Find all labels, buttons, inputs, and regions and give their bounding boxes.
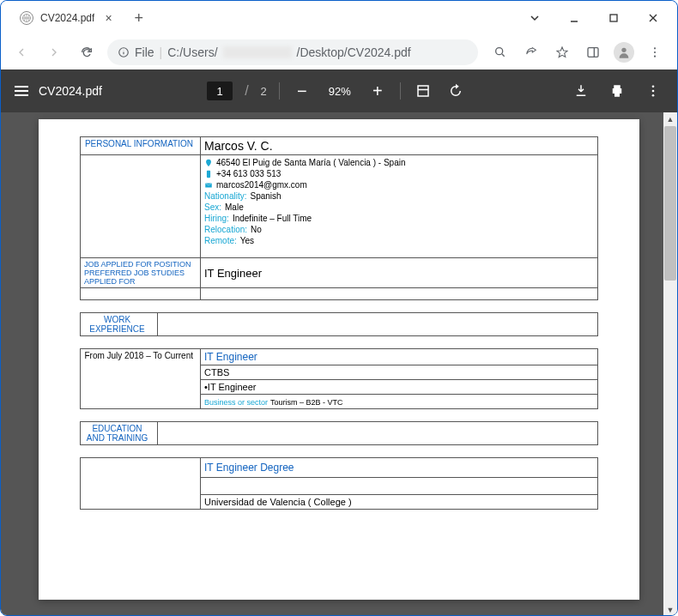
zoom-in-button[interactable]: + xyxy=(367,81,388,101)
pdf-more-button[interactable] xyxy=(643,81,663,101)
hiring-label: Hiring: xyxy=(204,214,229,223)
total-pages: 2 xyxy=(261,85,267,98)
scroll-up-arrow[interactable]: ▲ xyxy=(663,112,677,126)
cv-sex: Male xyxy=(225,202,244,212)
print-icon[interactable] xyxy=(607,81,627,101)
window-maximize-button[interactable] xyxy=(595,4,633,32)
remote-label: Remote: xyxy=(204,236,237,245)
share-icon[interactable] xyxy=(518,40,545,64)
work-exp-header-table: WORK EXPERIENCE xyxy=(80,312,598,336)
file-info-icon xyxy=(118,46,130,58)
page-number-input[interactable] xyxy=(207,82,233,100)
address-bar[interactable]: File | C:/Users//Desktop/CV2024.pdf xyxy=(107,39,478,65)
window-titlebar: CV2024.pdf × + xyxy=(1,1,677,35)
url-prefix: File xyxy=(135,45,154,59)
nav-back-button[interactable] xyxy=(9,40,33,64)
cv-email: marcos2014@gmx.com xyxy=(216,180,307,190)
exp-sector: Tourism – B2B - VTC xyxy=(270,398,343,407)
university: Universidad de Valencia ( College ) xyxy=(201,495,598,510)
email-icon xyxy=(204,181,213,190)
job-applied: IT Engineer xyxy=(201,258,598,288)
nav-reload-button[interactable] xyxy=(75,40,99,64)
work-exp-table: From July 2018 – To Current IT Engineer … xyxy=(80,348,598,409)
exp-sector-label: Business or sector xyxy=(204,398,268,407)
location-pin-icon xyxy=(204,159,213,167)
svg-point-8 xyxy=(654,56,656,57)
exp-period: From July 2018 – To Current xyxy=(81,349,201,409)
cv-nationality: Spanish xyxy=(250,191,281,201)
exp-company: CTBS xyxy=(201,365,598,380)
tab-favicon-globe-icon xyxy=(20,11,33,25)
personal-info-label: PERSONAL INFORMATION xyxy=(81,137,201,155)
download-icon[interactable] xyxy=(571,81,591,101)
svg-rect-13 xyxy=(207,170,210,177)
degree: IT Engineer Degree xyxy=(201,458,598,478)
rotate-icon[interactable] xyxy=(445,81,466,101)
profile-avatar[interactable] xyxy=(610,40,638,64)
exp-title: IT Engineer xyxy=(201,349,598,365)
zoom-indicator-icon[interactable] xyxy=(487,40,514,64)
education-label: EDUCATION AND TRAINING xyxy=(81,422,158,445)
phone-icon xyxy=(204,170,213,178)
svg-point-11 xyxy=(652,90,655,93)
browser-menu-button[interactable] xyxy=(641,40,669,64)
svg-rect-9 xyxy=(418,86,428,96)
personal-info-table: PERSONAL INFORMATION Marcos V. C. 46540 … xyxy=(80,136,598,300)
sex-label: Sex: xyxy=(204,202,221,212)
nationality-label: Nationality: xyxy=(204,191,246,201)
new-tab-button[interactable]: + xyxy=(135,9,144,27)
work-exp-label: WORK EXPERIENCE xyxy=(81,313,158,336)
url-path-end: /Desktop/CV2024.pdf xyxy=(297,45,411,59)
education-table: IT Engineer Degree Universidad de Valenc… xyxy=(80,457,598,510)
cv-phone: +34 613 033 513 xyxy=(216,169,281,178)
fit-page-icon[interactable] xyxy=(413,81,433,101)
cv-relocation: No xyxy=(251,225,262,234)
pdf-filename: CV2024.pdf xyxy=(39,84,102,98)
job-section-label: JOB APPLIED FOR POSITION PREFERRED JOB S… xyxy=(81,258,201,288)
svg-point-3 xyxy=(496,48,503,55)
cv-hiring: Indefinite – Full Time xyxy=(233,214,312,223)
cv-address: 46540 El Puig de Santa María ( Valencia … xyxy=(216,158,406,167)
browser-tab[interactable]: CV2024.pdf × xyxy=(9,4,126,32)
cv-remote: Yes xyxy=(240,236,254,245)
tab-title: CV2024.pdf xyxy=(40,12,94,24)
svg-point-12 xyxy=(652,94,655,97)
window-close-button[interactable] xyxy=(634,4,672,32)
bookmark-star-icon[interactable] xyxy=(548,40,576,64)
svg-point-10 xyxy=(652,85,655,88)
zoom-value: 92% xyxy=(324,85,355,98)
toolbar-divider xyxy=(400,82,401,100)
tab-close-button[interactable]: × xyxy=(101,11,115,25)
svg-rect-1 xyxy=(610,15,617,21)
nav-forward-button[interactable] xyxy=(42,40,66,64)
vertical-scrollbar[interactable]: ▲ ▼ xyxy=(663,112,677,616)
svg-point-5 xyxy=(621,48,626,52)
page-separator: / xyxy=(245,83,248,99)
pdf-menu-button[interactable] xyxy=(15,86,28,96)
zoom-out-button[interactable]: − xyxy=(292,81,312,101)
url-blurred-user xyxy=(223,46,292,58)
browser-toolbar: File | C:/Users//Desktop/CV2024.pdf xyxy=(1,35,677,69)
toolbar-divider xyxy=(279,82,280,100)
svg-rect-4 xyxy=(588,48,598,57)
scroll-thumb[interactable] xyxy=(664,126,676,281)
exp-role: •IT Engineer xyxy=(201,380,598,395)
education-header-table: EDUCATION AND TRAINING xyxy=(80,421,598,445)
svg-point-7 xyxy=(654,51,656,53)
svg-point-6 xyxy=(654,47,656,49)
window-minimize-button[interactable] xyxy=(555,4,593,32)
scroll-down-arrow[interactable]: ▼ xyxy=(663,603,677,616)
tab-search-button[interactable] xyxy=(516,4,554,32)
cv-name: Marcos V. C. xyxy=(201,137,598,155)
side-panel-icon[interactable] xyxy=(579,40,607,64)
relocation-label: Relocation: xyxy=(204,225,247,234)
pdf-viewport[interactable]: PERSONAL INFORMATION Marcos V. C. 46540 … xyxy=(1,112,677,616)
pdf-page: PERSONAL INFORMATION Marcos V. C. 46540 … xyxy=(39,119,639,600)
url-path-start: C:/Users/ xyxy=(167,45,217,59)
pdf-toolbar: CV2024.pdf / 2 − 92% + xyxy=(1,69,677,112)
